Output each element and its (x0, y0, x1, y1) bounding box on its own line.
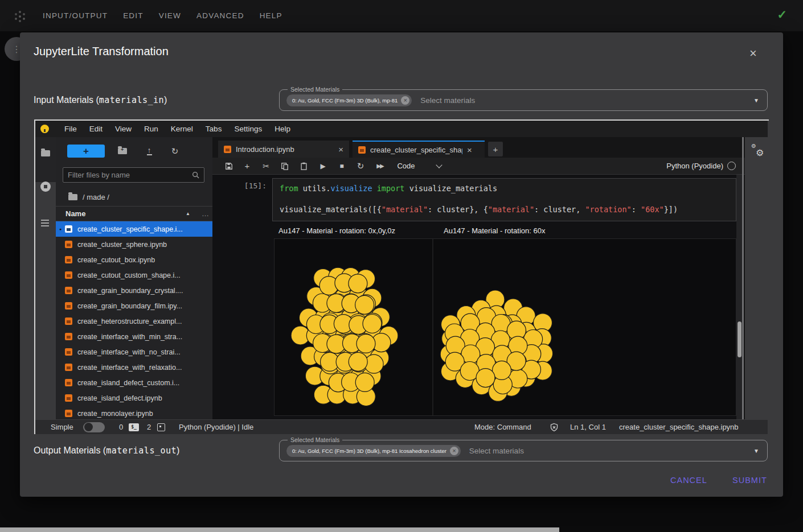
simple-mode-label: Simple (51, 420, 73, 434)
jupyter-menu-tabs[interactable]: Tabs (199, 125, 228, 133)
chip-delete-icon[interactable]: × (450, 447, 458, 455)
check-icon[interactable]: ✓ (777, 8, 787, 22)
tab-introduction[interactable]: Introduction.ipynb × (218, 141, 349, 158)
file-browser-icon[interactable] (41, 150, 50, 156)
output-select-legend: Selected Materials (288, 436, 342, 443)
name-header-label: Name (65, 209, 85, 218)
app-menu-view[interactable]: VIEW (159, 11, 181, 20)
add-cell-button[interactable]: + (241, 158, 253, 174)
file-name: create_interface_with_no_strai... (77, 348, 181, 356)
jupyter-menu-help[interactable]: Help (268, 125, 297, 133)
running-kernels-icon[interactable] (40, 182, 51, 192)
kernel-status-text[interactable]: Python (Pyodide) | Idle (179, 420, 253, 434)
file-row[interactable]: create_cutout_box.ipynb (56, 252, 212, 267)
file-row[interactable]: ●create_cluster_specific_shape.i... (56, 221, 212, 237)
cell-type-dropdown[interactable]: Code (394, 158, 419, 174)
file-name: create_cutout_custom_shape.i... (77, 271, 181, 279)
close-icon[interactable]: × (749, 47, 757, 60)
sort-asc-icon: ▲ (186, 211, 190, 216)
new-launcher-button[interactable]: + (67, 145, 105, 158)
file-row[interactable]: create_island_defect.ipynb (56, 390, 212, 406)
file-row[interactable]: create_interface_with_relaxatio... (56, 360, 212, 375)
jupyter-menu-view[interactable]: View (109, 125, 138, 133)
tab-close-icon[interactable]: × (338, 145, 343, 154)
app-menu-edit[interactable]: EDIT (123, 11, 144, 20)
app-menu-help[interactable]: HELP (260, 11, 282, 20)
notebook-file-icon (65, 333, 72, 340)
input-select-placeholder: Select materials (420, 96, 475, 105)
file-row[interactable]: create_interface_with_no_strai... (56, 344, 212, 360)
file-row[interactable]: create_cluster_sphere.ipynb (56, 237, 212, 252)
output-material-chip[interactable]: 0: Au, Gold, FCC (Fm-3m) 3D (Bulk), mp-8… (286, 445, 461, 457)
chip-delete-icon[interactable]: × (401, 96, 409, 105)
code-cell-editor[interactable]: from utils.visualize import visualize_ma… (272, 178, 736, 221)
cursor-position[interactable]: Ln 1, Col 1 (570, 420, 606, 434)
code-line: from utils.visualize import visualize_ma… (280, 184, 497, 193)
file-row[interactable]: create_monolayer.ipynb (56, 406, 212, 419)
table-of-contents-icon[interactable] (41, 218, 49, 228)
notebook-scrollbar[interactable] (736, 175, 742, 419)
cancel-button[interactable]: CANCEL (670, 476, 707, 485)
input-materials-select[interactable]: Selected Materials 0: Au, Gold, FCC (Fm-… (279, 89, 768, 111)
restart-run-all-button[interactable]: ▶▶ (372, 158, 387, 174)
output-materials-select[interactable]: Selected Materials 0: Au, Gold, FCC (Fm-… (279, 440, 768, 461)
output-chip-label: 0: Au, Gold, FCC (Fm-3m) 3D (Bulk), mp-8… (292, 448, 446, 454)
file-row[interactable]: create_grain_boundary_crystal.... (56, 283, 212, 298)
folder-icon (68, 194, 77, 200)
cell-type-caret-icon[interactable] (435, 158, 444, 174)
notebook-file-icon (65, 410, 72, 417)
file-row[interactable]: create_grain_boundary_film.ipy... (56, 298, 212, 314)
fast-forward-icon: ▶▶ (376, 163, 383, 169)
tab-close-icon[interactable]: × (467, 145, 472, 155)
search-icon (192, 171, 199, 179)
jupyter-menus: FileEditViewRunKernelTabsSettingsHelp (58, 125, 297, 133)
simple-mode-toggle[interactable] (83, 420, 105, 434)
file-row[interactable]: create_island_defect_custom.i... (56, 375, 212, 390)
scissors-icon: ✂ (263, 162, 269, 171)
materials-visualization[interactable] (274, 238, 736, 416)
file-row[interactable]: create_cutout_custom_shape.i... (56, 267, 212, 283)
scrollbar-thumb[interactable] (738, 321, 741, 357)
file-row[interactable]: create_heterostructure_exampl... (56, 314, 212, 329)
jupyter-menu-kernel[interactable]: Kernel (165, 125, 199, 133)
jupyter-menu-file[interactable]: File (58, 125, 83, 133)
caret-down-icon[interactable]: ▼ (753, 448, 759, 454)
tab-create-cluster-specific-shape[interactable]: create_cluster_specific_shape.ipynb × (353, 141, 485, 158)
mode-indicator[interactable]: Mode: Command (474, 420, 531, 434)
stop-kernel-button[interactable]: ■ (335, 158, 348, 174)
app-logo-icon[interactable] (13, 9, 26, 23)
new-tab-button[interactable]: + (488, 142, 503, 156)
submit-button[interactable]: SUBMIT (732, 476, 767, 485)
file-list-name-header[interactable]: Name ▲ … (56, 206, 212, 221)
activity-current-tab-highlight (35, 137, 56, 182)
save-button[interactable] (223, 158, 235, 174)
jupyter-menu-run[interactable]: Run (138, 125, 165, 133)
app-menu-bar: INPUT/OUTPUTEDITVIEWADVANCEDHELP (43, 0, 282, 31)
kernel-name-button[interactable]: Python (Pyodide) (666, 158, 723, 174)
notebook-file-icon (65, 271, 72, 279)
jupyter-menu-settings[interactable]: Settings (228, 125, 268, 133)
jupyter-menu-edit[interactable]: Edit (83, 125, 109, 133)
app-menu-advanced[interactable]: ADVANCED (196, 11, 244, 20)
upload-button[interactable]: ↑ (142, 145, 156, 158)
input-material-chip[interactable]: 0: Au, Gold, FCC (Fm-3m) 3D (Bulk), mp-8… (286, 94, 412, 106)
kernel-status-icon[interactable] (727, 158, 736, 174)
filter-files-input[interactable]: Filter files by name (63, 167, 204, 183)
breadcrumb[interactable]: / made / (56, 190, 212, 204)
file-row[interactable]: create_interface_with_min_stra... (56, 329, 212, 344)
notebook-file-icon (65, 225, 72, 233)
new-folder-button[interactable]: + (116, 145, 129, 158)
file-name: create_island_defect_custom.i... (77, 379, 179, 387)
copy-cell-button[interactable] (278, 158, 291, 174)
refresh-file-list-button[interactable]: ↻ (168, 145, 182, 158)
terminal-icon: $_ (129, 420, 139, 434)
app-menu-input-output[interactable]: INPUT/OUTPUT (43, 11, 108, 20)
run-cell-button[interactable]: ▶ (317, 158, 329, 174)
caret-down-icon[interactable]: ▼ (753, 97, 759, 104)
cut-cell-button[interactable]: ✂ (260, 158, 272, 174)
output-label-code: materials_out (106, 446, 177, 456)
notebook-file-icon (65, 287, 72, 294)
restart-icon: ↻ (357, 161, 364, 171)
restart-kernel-button[interactable]: ↻ (354, 158, 367, 174)
paste-cell-button[interactable] (297, 158, 310, 174)
